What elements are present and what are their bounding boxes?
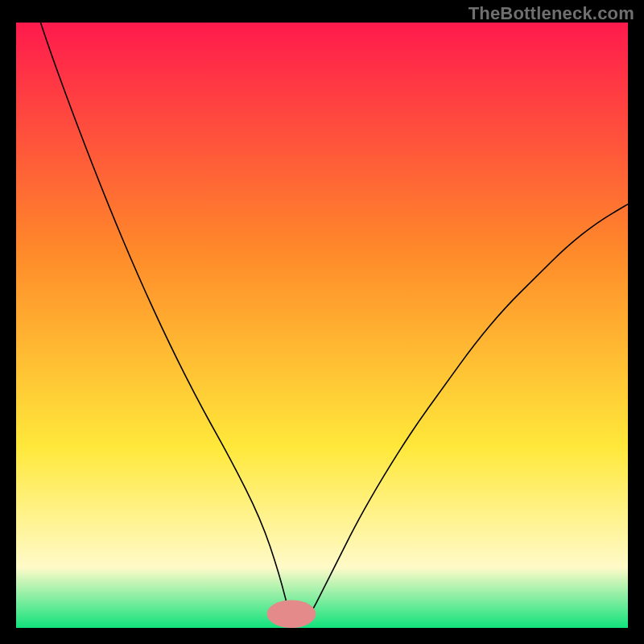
watermark-text: TheBottleneck.com <box>469 3 634 24</box>
optimal-point-marker <box>267 600 316 628</box>
chart-frame: TheBottleneck.com <box>0 0 644 644</box>
plot-area <box>16 23 628 628</box>
bottleneck-chart <box>16 23 628 628</box>
gradient-background <box>16 23 628 628</box>
